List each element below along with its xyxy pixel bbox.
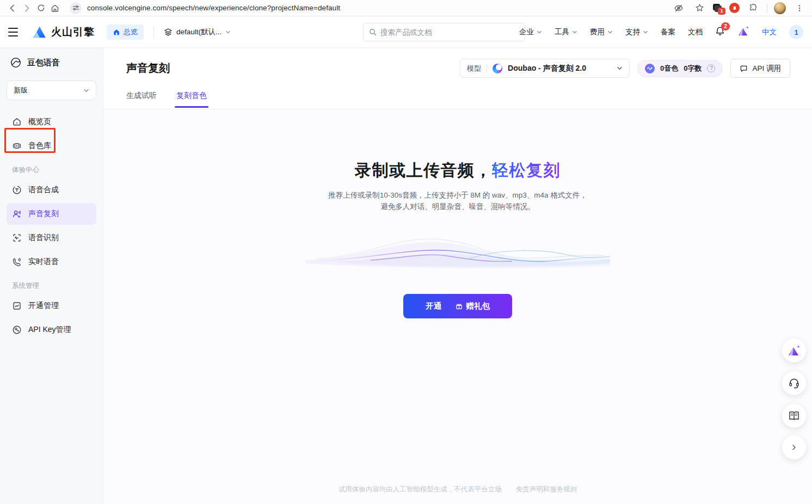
nav-menu-support[interactable]: 支持: [625, 27, 648, 37]
sidebar-item-label: 开通管理: [28, 301, 59, 311]
ai-mountain-icon: [788, 345, 801, 357]
notification-badge: 2: [721, 22, 730, 30]
chat-icon: [740, 64, 748, 72]
api-call-button[interactable]: API 调用: [730, 59, 790, 78]
doubao-icon: [493, 64, 502, 73]
activation-icon: [12, 301, 22, 311]
footer-terms-link[interactable]: 免责声明和服务规则: [516, 485, 577, 493]
puzzle-icon[interactable]: [746, 2, 760, 15]
sidebar-item-label: 语音合成: [28, 185, 59, 195]
language-switch[interactable]: 中文: [762, 27, 777, 37]
gift-pack-label: 赠礼包: [466, 301, 490, 311]
eye-off-icon[interactable]: [672, 2, 686, 15]
main-content: 声音复刻 模型 Doubao - 声音复刻 2.0 0音色 0字数 ? API …: [103, 48, 812, 504]
main-body: 录制或上传音频，轻松复刻 推荐上传或录制10-30s音频，上传支持小于 8M 的…: [103, 109, 812, 504]
search-input[interactable]: [380, 28, 519, 36]
global-search[interactable]: [363, 23, 525, 41]
browser-toolbar: console.volcengine.com/speech/new/experi…: [0, 0, 812, 16]
project-selector[interactable]: default(默认...: [164, 27, 231, 37]
help-icon[interactable]: ?: [707, 64, 715, 72]
api-call-label: API 调用: [752, 64, 781, 73]
sidebar-product-label: 豆包语音: [27, 58, 60, 68]
chevron-down-icon: [537, 29, 542, 35]
sidebar-product: 豆包语音: [7, 57, 96, 69]
volcengine-logo-mark: [33, 26, 47, 39]
logo-text: 火山引擎: [51, 25, 95, 39]
page-footer: 试用体验内容均由人工智能模型生成，不代表平台立场免责声明和服务规则: [103, 485, 812, 494]
speech-recognition-icon: [12, 233, 22, 243]
topnav-right: 企业 工具 费用 支持 备案 文档 2: [519, 16, 803, 48]
floating-collapse-button[interactable]: [782, 435, 806, 459]
sidebar-item-api-key[interactable]: API Key管理: [7, 319, 96, 341]
hero-description: 推荐上传或录制10-30s音频，上传支持小于 8M 的 wav、mp3、m4a …: [103, 189, 812, 212]
activate-button[interactable]: 开通 赠礼包: [403, 294, 512, 318]
floating-ai-assistant-button[interactable]: [782, 339, 806, 362]
sidebar-item-speech-recognition[interactable]: 语音识别: [7, 227, 96, 249]
chevron-down-icon: [225, 29, 231, 35]
sidebar-section-system: 系统管理: [7, 275, 96, 295]
nav-menu-tools[interactable]: 工具: [555, 27, 577, 37]
chevron-down-icon: [607, 29, 613, 35]
version-label: 新版: [14, 85, 28, 95]
usage-voices: 0音色: [660, 64, 678, 73]
account-avatar[interactable]: 1: [789, 25, 803, 39]
annotation-highlight-box: [4, 128, 56, 153]
pill-divider: [487, 65, 487, 72]
profile-avatar[interactable]: [774, 2, 786, 14]
nav-menu-enterprise[interactable]: 企业: [519, 27, 542, 37]
hero-title-plain: 录制或上传音频，: [355, 161, 492, 179]
bookmark-star-icon[interactable]: [692, 2, 706, 15]
nav-divider: [153, 27, 154, 38]
kebab-menu-icon[interactable]: [792, 2, 807, 15]
overview-button[interactable]: 总览: [107, 24, 144, 40]
nav-menu-billing[interactable]: 费用: [590, 27, 613, 37]
sidebar-section-experience: 体验中心: [7, 159, 96, 179]
sidebar-item-label: 概览页: [28, 117, 51, 127]
sidebar-item-realtime-voice[interactable]: 实时语音: [7, 251, 96, 273]
realtime-voice-icon: [12, 257, 22, 267]
hamburger-icon[interactable]: [5, 24, 21, 40]
sidebar-item-speech-synthesis[interactable]: 语音合成: [7, 179, 96, 201]
notification-bell[interactable]: 2: [715, 26, 725, 38]
sidebar-item-activation[interactable]: 开通管理: [7, 295, 96, 317]
nav-menu-filing[interactable]: 备案: [661, 27, 675, 37]
header-actions: 模型 Doubao - 声音复刻 2.0 0音色 0字数 ? API 调用: [460, 59, 790, 78]
floating-support-button[interactable]: [782, 371, 806, 395]
browser-actions: 1: [672, 2, 807, 15]
sidebar-item-voice-clone[interactable]: 声音复刻: [7, 203, 96, 225]
sidebar: 豆包语音 新版 概览页 音色库 体验中心 语音合成: [0, 48, 103, 504]
floating-docs-button[interactable]: [782, 404, 806, 428]
back-icon[interactable]: [5, 2, 20, 15]
usage-badge[interactable]: 0音色 0字数 ?: [637, 60, 723, 77]
version-selector[interactable]: 新版: [7, 81, 96, 100]
tab-clone-voice[interactable]: 复刻音色: [176, 91, 207, 108]
model-selector[interactable]: 模型 Doubao - 声音复刻 2.0: [460, 59, 630, 78]
tab-generate-preview[interactable]: 生成试听: [126, 91, 157, 108]
address-bar[interactable]: console.volcengine.com/speech/new/experi…: [87, 4, 340, 12]
tab-bar: 生成试听 复刻音色: [126, 91, 207, 108]
site-settings-icon[interactable]: [70, 2, 82, 14]
nav-menu-label: 文档: [688, 27, 703, 37]
doubao-voice-icon: [10, 57, 22, 69]
console-topnav: 火山引擎 总览 default(默认... 企业 工具 费: [0, 16, 812, 48]
sidebar-item-label: 声音复刻: [28, 209, 59, 219]
extension-icon[interactable]: 1: [713, 4, 723, 13]
forward-icon[interactable]: [20, 2, 34, 15]
overview-home-icon: [113, 28, 120, 36]
layers-icon: [164, 28, 173, 36]
blocker-icon[interactable]: [729, 3, 740, 13]
extension-badge: 1: [718, 8, 725, 15]
home-icon[interactable]: [48, 2, 62, 15]
nav-menu-docs[interactable]: 文档: [688, 27, 703, 37]
waveform-graphic: [103, 228, 812, 282]
reload-icon[interactable]: [34, 2, 48, 15]
search-icon: [369, 28, 377, 36]
sidebar-item-label: API Key管理: [28, 325, 71, 335]
book-icon: [788, 410, 800, 421]
overview-page-icon: [12, 117, 22, 127]
gift-icon: [456, 303, 463, 310]
volcengine-logo[interactable]: 火山引擎: [33, 25, 95, 39]
hero-title-accent: 轻松复刻: [492, 161, 561, 179]
ai-assistant-icon[interactable]: [737, 26, 749, 39]
toolbar-divider: [767, 4, 767, 13]
